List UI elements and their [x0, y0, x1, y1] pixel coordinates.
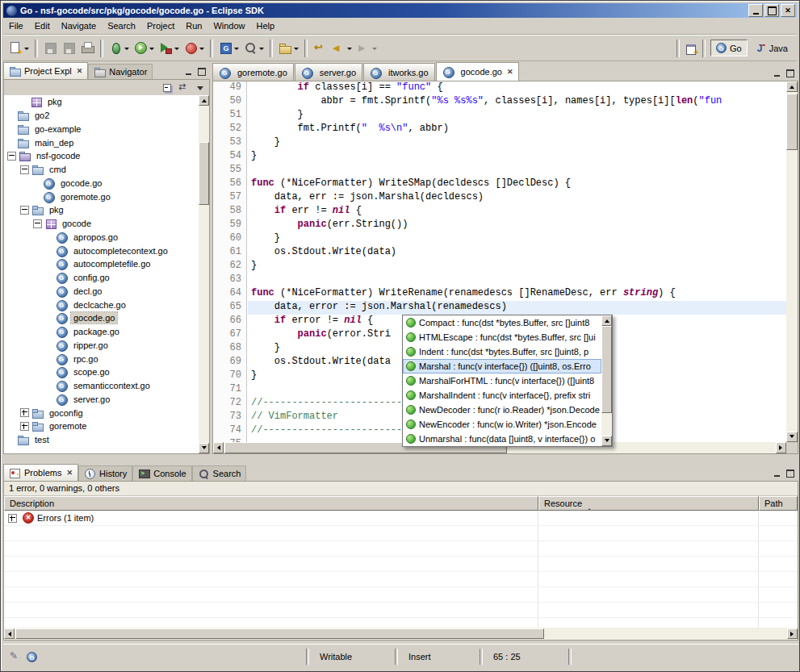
open-perspective-button[interactable] [683, 36, 699, 61]
dropdown-arrow-icon[interactable] [347, 48, 352, 52]
explorer-tab-project-expl[interactable]: Project Expl [3, 62, 88, 79]
maximize-view-icon[interactable] [785, 469, 795, 478]
tree-item[interactable]: pkg [4, 203, 199, 217]
completion-item[interactable]: MarshalForHTML : func(v interface{}) ([]… [403, 374, 601, 388]
minimize-view-icon[interactable] [772, 469, 782, 478]
completion-item[interactable]: Compact : func(dst *bytes.Buffer, src []… [403, 315, 601, 330]
run-button[interactable] [132, 36, 157, 61]
column-header-path[interactable]: Path [759, 496, 798, 511]
dropdown-arrow-icon[interactable] [124, 48, 129, 52]
editor-tab-goremote-go[interactable]: goremote.go [212, 63, 294, 81]
view-tab-console[interactable]: Console [132, 465, 191, 481]
tree-item[interactable]: main_dep [4, 136, 199, 149]
maximize-view-icon[interactable] [196, 67, 207, 77]
profile-button[interactable] [182, 36, 207, 61]
back-button[interactable] [329, 36, 354, 61]
scroll-right-icon[interactable] [787, 628, 798, 639]
editor-tab-itworks-go[interactable]: itworks.go [363, 63, 435, 81]
close-tab-icon[interactable] [65, 469, 73, 477]
tree-item[interactable]: goremote.go [4, 190, 199, 203]
tree-item[interactable]: pkg [4, 95, 199, 109]
problems-horizontal-scrollbar[interactable] [4, 628, 798, 640]
editor-tab-gocode-go[interactable]: gocode.go [436, 62, 520, 81]
tree-item[interactable]: autocompletefile.go [4, 257, 199, 271]
menu-help[interactable]: Help [251, 19, 281, 33]
expander-minus-icon[interactable] [20, 206, 29, 215]
view-tab-history[interactable]: History [78, 465, 132, 481]
scroll-up-icon[interactable] [786, 81, 798, 92]
expander-minus-icon[interactable] [7, 152, 16, 161]
scroll-thumb[interactable] [786, 94, 798, 150]
tree-item[interactable]: package.go [4, 325, 199, 339]
dropdown-arrow-icon[interactable] [294, 48, 299, 52]
expander-plus-icon[interactable] [8, 514, 17, 523]
menu-window[interactable]: Window [207, 19, 250, 33]
tree-item[interactable]: scope.go [4, 365, 199, 379]
view-tab-search[interactable]: Search [192, 465, 247, 481]
expander-plus-icon[interactable] [20, 422, 29, 431]
completion-item[interactable]: HTMLEscape : func(dst *bytes.Buffer, src… [403, 330, 601, 344]
scroll-left-icon[interactable] [213, 442, 224, 453]
dropdown-arrow-icon[interactable] [149, 48, 154, 52]
scroll-thumb[interactable] [601, 326, 612, 413]
dropdown-arrow-icon[interactable] [234, 48, 239, 52]
dropdown-arrow-icon[interactable] [174, 48, 179, 52]
tree-item[interactable]: goremote [4, 419, 199, 433]
fast-view-icon[interactable] [9, 650, 22, 663]
open-task-button[interactable] [276, 36, 301, 61]
project-tree[interactable]: pkggo2go-examplemain_depnsf-gocodecmdgoc… [4, 95, 209, 453]
maximize-button[interactable] [764, 4, 779, 17]
minimize-view-icon[interactable] [183, 67, 194, 77]
tree-item[interactable]: decl.go [4, 285, 199, 298]
menu-run[interactable]: Run [180, 19, 207, 33]
editor-vertical-scrollbar[interactable] [786, 81, 798, 442]
dropdown-arrow-icon[interactable] [199, 48, 204, 52]
scroll-up-icon[interactable] [199, 95, 209, 106]
view-tab-problems[interactable]: Problems [3, 464, 78, 481]
collapse-all-icon[interactable] [162, 83, 174, 93]
tree-item[interactable]: rpc.go [4, 352, 199, 365]
explorer-tab-navigator[interactable]: Navigator [88, 64, 153, 79]
completion-item[interactable]: NewEncoder : func(w io.Writer) *json.Enc… [403, 417, 601, 432]
minimize-button[interactable] [748, 4, 763, 17]
scroll-left-icon[interactable] [4, 628, 15, 639]
tree-item[interactable]: gocode.go [4, 311, 199, 325]
scroll-right-icon[interactable] [776, 442, 786, 453]
tree-item[interactable]: gocode [4, 217, 199, 231]
tree-item[interactable]: config.go [4, 271, 199, 285]
perspective-go-button[interactable]: Go [710, 40, 748, 56]
column-header-description[interactable]: Description [4, 496, 538, 511]
tree-item[interactable]: go2 [4, 109, 199, 123]
tree-item[interactable]: go-example [4, 123, 199, 136]
external-tools-button[interactable] [157, 36, 182, 61]
tree-item[interactable]: goconfig [4, 406, 199, 419]
close-tab-icon[interactable] [505, 68, 513, 76]
new-wizard-button[interactable] [6, 36, 31, 61]
scroll-down-icon[interactable] [199, 443, 209, 453]
problems-row[interactable]: Errors (1 item) [4, 511, 798, 526]
column-header-resource[interactable]: Resource [538, 496, 759, 511]
menu-search[interactable]: Search [102, 19, 141, 33]
scroll-up-icon[interactable] [601, 315, 612, 326]
menu-project[interactable]: Project [141, 19, 180, 33]
completion-item[interactable]: MarshalIndent : func(v interface{}, pref… [403, 388, 601, 403]
expander-minus-icon[interactable] [20, 165, 29, 174]
tree-item[interactable]: cmd [4, 163, 199, 177]
completion-list[interactable]: Compact : func(dst *bytes.Buffer, src []… [403, 315, 601, 446]
last-edit-location-button[interactable] [311, 36, 329, 61]
debug-button[interactable] [107, 36, 132, 61]
maximize-view-icon[interactable] [785, 69, 795, 78]
menu-file[interactable]: File [3, 19, 29, 33]
line-number-ruler[interactable]: 4950515253545556575859606162636465666768… [213, 81, 247, 442]
menu-navigate[interactable]: Navigate [56, 19, 102, 33]
scroll-thumb[interactable] [15, 628, 544, 639]
editor-tab-server-go[interactable]: server.go [295, 63, 362, 81]
scroll-down-icon[interactable] [601, 436, 612, 446]
completion-item[interactable]: Unmarshal : func(data []uint8, v interfa… [403, 432, 601, 446]
scroll-down-icon[interactable] [786, 432, 798, 442]
minimize-view-icon[interactable] [772, 69, 782, 78]
link-with-editor-icon[interactable] [178, 83, 190, 93]
close-button[interactable]: ✕ [781, 4, 795, 17]
tree-item[interactable]: ripper.go [4, 339, 199, 353]
new-go-element-button[interactable] [216, 36, 241, 61]
